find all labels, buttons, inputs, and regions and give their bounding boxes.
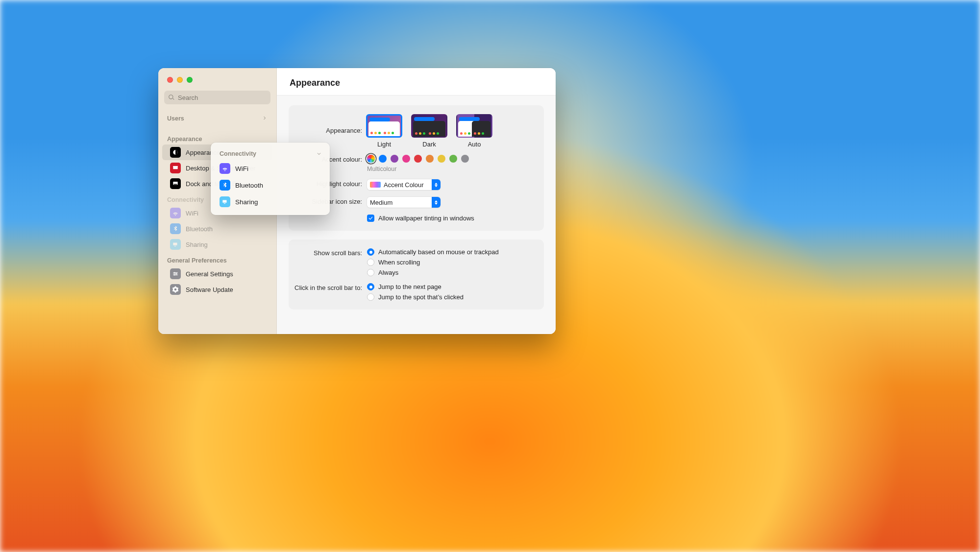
svg-point-8 (174, 272, 175, 273)
thumb-label: Dark (422, 141, 436, 148)
wallpaper-tinting-checkbox[interactable]: Allow wallpaper tinting in windows (367, 215, 533, 222)
sidebar-item-general-settings[interactable]: General Settings (162, 266, 272, 282)
svg-rect-4 (174, 184, 177, 185)
wifi-icon (220, 163, 230, 174)
sidebar-section-users[interactable]: Users (158, 110, 276, 124)
search-icon (168, 94, 175, 101)
popover-item-label: Bluetooth (235, 182, 263, 189)
close-window-button[interactable] (167, 77, 173, 83)
popover-item-label: Sharing (235, 198, 258, 206)
dock-icon (170, 178, 181, 189)
popover-header[interactable]: Connectivity (211, 146, 330, 160)
general-icon (170, 268, 181, 279)
sidebar-item-sharing[interactable]: Sharing (162, 237, 272, 252)
thumb-label: Light (377, 141, 391, 148)
sidebar-item-software-update[interactable]: Software Update (162, 282, 272, 297)
gear-icon (170, 284, 181, 295)
sidebar-icon-size-select[interactable]: Medium (367, 197, 441, 208)
select-value: Accent Colour (384, 181, 424, 189)
accent-swatch-purple[interactable] (391, 155, 398, 163)
scroll-radio-always[interactable]: Always (367, 269, 533, 276)
scrollclick-row-label: Click in the scroll bar to: (294, 283, 367, 291)
appearance-icon (170, 147, 181, 158)
accent-swatch-pink[interactable] (402, 155, 410, 163)
radio-label: Jump to the next page (378, 283, 441, 290)
accent-value-name: Multicolour (367, 166, 533, 172)
scrollbar-panel: Show scroll bars: Automatically based on… (289, 240, 544, 310)
radio-label: Always (378, 269, 398, 276)
sidebar-item-label: Sharing (186, 241, 208, 248)
chevron-down-icon (316, 151, 322, 157)
accent-swatch-multicolour[interactable] (367, 155, 375, 163)
highlight-gradient-icon (370, 182, 381, 188)
scroll-radio-auto[interactable]: Automatically based on mouse or trackpad (367, 248, 533, 256)
svg-rect-6 (173, 273, 177, 274)
zoom-window-button[interactable] (187, 77, 193, 83)
click-radio-jump-to-spot[interactable]: Jump to the spot that’s clicked (367, 293, 533, 301)
connectivity-popover: Connectivity WiFi Bluetooth Sharing (211, 143, 330, 215)
popover-item-label: WiFi (235, 165, 248, 172)
bluetooth-icon (170, 223, 181, 234)
accent-swatch-red[interactable] (414, 155, 422, 163)
scrollbars-row-label: Show scroll bars: (294, 248, 367, 257)
appearance-option-auto[interactable]: Auto (456, 114, 492, 148)
highlight-colour-select[interactable]: Accent Colour (367, 179, 441, 190)
popover-item-bluetooth[interactable]: Bluetooth (211, 177, 330, 193)
desktop-icon (170, 163, 181, 173)
accent-swatch-blue[interactable] (379, 155, 387, 163)
minimize-window-button[interactable] (177, 77, 183, 83)
radio-label: When scrolling (378, 259, 420, 266)
accent-swatch-orange[interactable] (426, 155, 434, 163)
thumb-label: Auto (468, 141, 481, 148)
appearance-row-label: Appearance: (294, 114, 367, 134)
chevron-right-icon (262, 115, 268, 121)
appearance-option-light[interactable]: Light (366, 114, 402, 148)
radio-label: Jump to the spot that’s clicked (378, 293, 464, 301)
bluetooth-icon (220, 180, 230, 191)
select-stepper-icon (432, 197, 441, 208)
svg-rect-2 (173, 166, 177, 167)
scroll-radio-when-scrolling[interactable]: When scrolling (367, 259, 533, 266)
window-traffic-lights (158, 75, 276, 91)
svg-point-10 (174, 274, 175, 275)
checkbox-label: Allow wallpaper tinting in windows (378, 215, 474, 222)
radio-label: Automatically based on mouse or trackpad (378, 248, 499, 256)
search-placeholder: Search (178, 94, 198, 101)
sidebar-item-label: Bluetooth (186, 225, 213, 233)
popover-item-wifi[interactable]: WiFi (211, 160, 330, 177)
accent-swatch-green[interactable] (449, 155, 457, 163)
select-value: Medium (370, 199, 392, 206)
popover-item-sharing[interactable]: Sharing (211, 193, 330, 210)
appearance-option-dark[interactable]: Dark (411, 114, 447, 148)
sharing-icon (220, 196, 230, 207)
page-title: Appearance (277, 68, 556, 96)
sidebar-item-bluetooth[interactable]: Bluetooth (162, 221, 272, 237)
svg-rect-5 (173, 272, 177, 273)
sharing-icon (170, 239, 181, 250)
wifi-icon (170, 208, 181, 218)
accent-swatch-yellow[interactable] (438, 155, 445, 163)
accent-swatch-grey[interactable] (461, 155, 469, 163)
svg-rect-7 (173, 275, 177, 275)
sidebar-section-general-header: General Preferences (158, 252, 276, 266)
sidebar-item-label: WiFi (186, 210, 198, 217)
select-stepper-icon (432, 179, 441, 190)
sidebar-item-label: Software Update (186, 286, 233, 293)
sidebar-item-label: General Settings (186, 270, 233, 278)
svg-point-9 (176, 273, 177, 274)
click-radio-next-page[interactable]: Jump to the next page (367, 283, 533, 290)
search-input[interactable]: Search (164, 91, 270, 104)
